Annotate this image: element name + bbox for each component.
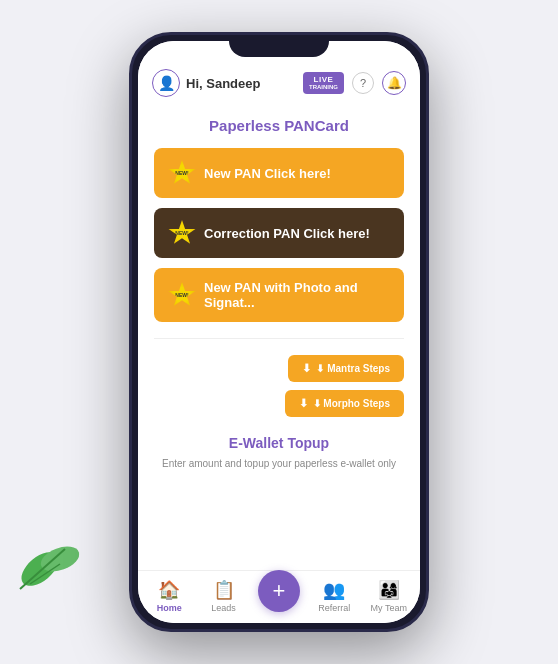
phone-screen: 👤 Hi, Sandeep LIVE TRAINING ? 🔔 Paperles… [138,41,420,623]
morpho-steps-button[interactable]: ⬇ ⬇ Morpho Steps [285,390,404,417]
ewallet-title: E-Wallet Topup [154,435,404,451]
mantra-steps-label: ⬇ Mantra Steps [316,363,390,374]
team-icon: 👨‍👩‍👧 [378,579,400,601]
home-icon: 🏠 [158,579,180,601]
scroll-content: Paperless PANCard NEW! New PAN Click her… [138,105,420,570]
new-pan-label: New PAN Click here! [204,166,331,181]
morpho-steps-label: ⬇ Morpho Steps [313,398,390,409]
ewallet-section: E-Wallet Topup Enter amount and topup yo… [138,425,420,481]
correction-pan-button[interactable]: NEW! Correction PAN Click here! [154,208,404,258]
mantra-steps-button[interactable]: ⬇ ⬇ Mantra Steps [288,355,404,382]
header-right: LIVE TRAINING ? 🔔 [303,71,406,95]
nav-referral[interactable]: 👥 Referral [314,579,354,613]
bottom-nav: 🏠 Home 📋 Leads + 👥 Referral 👨‍👩‍👧 My Tea… [138,570,420,623]
correction-pan-star-badge: NEW! [168,220,196,246]
pan-buttons-section: NEW! New PAN Click here! NEW! Correction… [138,148,420,322]
username-text: Sandeep [206,76,260,91]
avatar: 👤 [152,69,180,97]
steps-section: ⬇ ⬇ Mantra Steps ⬇ ⬇ Morpho Steps [138,339,420,425]
leaf-decoration [10,514,100,604]
new-pan-photo-star-badge: NEW! [168,282,196,308]
leads-label: Leads [211,603,236,613]
live-badge: LIVE TRAINING [303,72,344,95]
bell-icon[interactable]: 🔔 [382,71,406,95]
team-label: My Team [371,603,407,613]
greeting-text: Hi, [186,76,206,91]
new-pan-photo-label: New PAN with Photo and Signat... [204,280,390,310]
download-icon-mantra: ⬇ [302,362,311,375]
leads-icon: 📋 [213,579,235,601]
header-greeting: Hi, Sandeep [186,76,260,91]
correction-pan-label: Correction PAN Click here! [204,226,370,241]
nav-my-team[interactable]: 👨‍👩‍👧 My Team [369,579,409,613]
new-pan-star-badge: NEW! [168,160,196,186]
download-icon-morpho: ⬇ [299,397,308,410]
nav-add-button[interactable]: + [258,570,300,612]
page-title: Paperless PANCard [138,105,420,148]
header-left: 👤 Hi, Sandeep [152,69,260,97]
phone-notch [229,35,329,57]
nav-leads[interactable]: 📋 Leads [204,579,244,613]
live-text: LIVE [309,75,338,85]
new-pan-photo-button[interactable]: NEW! New PAN with Photo and Signat... [154,268,404,322]
phone-shell: 👤 Hi, Sandeep LIVE TRAINING ? 🔔 Paperles… [129,32,429,632]
training-text: TRAINING [309,84,338,91]
ewallet-description: Enter amount and topup your paperless e-… [154,457,404,471]
home-label: Home [157,603,182,613]
referral-icon: 👥 [323,579,345,601]
help-icon[interactable]: ? [352,72,374,94]
nav-home[interactable]: 🏠 Home [149,579,189,613]
new-pan-button[interactable]: NEW! New PAN Click here! [154,148,404,198]
referral-label: Referral [318,603,350,613]
